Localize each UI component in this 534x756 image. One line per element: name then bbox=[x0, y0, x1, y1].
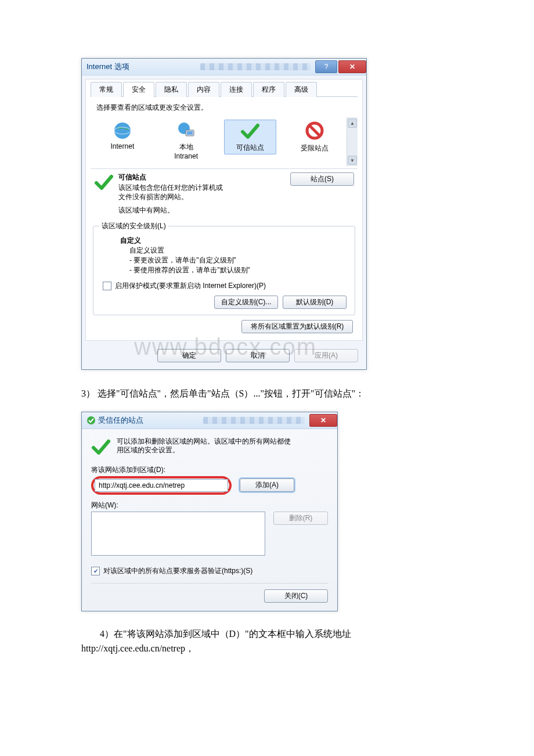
zone-label: 可信站点 bbox=[225, 143, 276, 153]
step-4-line2: http://xqtj.cee.edu.cn/netrep， bbox=[81, 643, 194, 653]
trusted-sites-dialog: 受信任的站点 ✕ 可以添加和删除该区域的网站。该区域中的所有网站都使 用区域的安… bbox=[81, 412, 338, 611]
tab-content[interactable]: 内容 bbox=[188, 82, 219, 97]
dialog2-titlebar[interactable]: 受信任的站点 ✕ bbox=[82, 412, 337, 429]
zone-instruction: 选择要查看的区域或更改安全设置。 bbox=[96, 103, 354, 113]
zone-internet[interactable]: Internet bbox=[97, 120, 148, 152]
ok-button[interactable]: 确定 bbox=[157, 349, 221, 362]
sites-label: 网站(W): bbox=[91, 501, 328, 510]
tab-programs[interactable]: 程序 bbox=[253, 82, 284, 97]
svg-line-6 bbox=[309, 125, 320, 136]
check-icon bbox=[94, 172, 114, 192]
scroll-down-icon[interactable]: ▼ bbox=[348, 156, 357, 165]
zone-detail-line1: 该区域包含您信任对您的计算机或 bbox=[118, 183, 286, 192]
zone-label-l2: Intranet bbox=[161, 152, 212, 160]
zone-label: Internet bbox=[97, 142, 148, 150]
security-custom-title: 自定义 bbox=[120, 236, 349, 246]
zone-restricted[interactable]: 受限站点 bbox=[289, 120, 340, 154]
tab-general[interactable]: 常规 bbox=[91, 82, 122, 97]
intro-line2: 用区域的安全设置。 bbox=[117, 446, 291, 455]
security-level-group: 该区域的安全级别(L) 自定义 自定义设置 - 要更改设置，请单击"自定义级别"… bbox=[93, 221, 355, 315]
highlight-circle bbox=[91, 476, 232, 495]
add-button[interactable]: 添加(A) bbox=[240, 478, 294, 492]
zone-detail-title: 可信站点 bbox=[118, 172, 286, 182]
zone-intranet[interactable]: 本地 Intranet bbox=[161, 120, 212, 161]
step-4-line1: 4）在"将该网站添加到区域中（D）"的文本框中输入系统地址 bbox=[81, 629, 351, 639]
zone-label-l1: 本地 bbox=[161, 142, 212, 152]
dialog2-title: 受信任的站点 bbox=[98, 415, 200, 426]
remove-button[interactable]: 删除(R) bbox=[273, 512, 328, 525]
zone-list: Internet 本地 Intranet bbox=[91, 117, 347, 166]
zone-detail-line2: 文件没有损害的网站。 bbox=[118, 193, 286, 201]
zone-scrollbar[interactable]: ▲ ▼ bbox=[347, 117, 358, 166]
security-custom-settings: 自定义设置 bbox=[129, 246, 349, 255]
add-site-input[interactable] bbox=[95, 479, 228, 492]
security-bullet2: - 要使用推荐的设置，请单击"默认级别" bbox=[129, 265, 349, 275]
close-dialog-button[interactable]: 关闭(C) bbox=[264, 589, 328, 603]
tab-privacy[interactable]: 隐私 bbox=[156, 82, 187, 97]
svg-point-0 bbox=[114, 123, 131, 139]
no-entry-icon bbox=[305, 121, 324, 141]
default-level-button[interactable]: 默认级别(D) bbox=[283, 296, 347, 309]
require-https-label: 对该区域中的所有站点要求服务器验证(https:)(S) bbox=[103, 566, 252, 576]
check-icon bbox=[91, 437, 111, 457]
svg-point-7 bbox=[87, 416, 95, 424]
require-https-checkbox[interactable]: ✔ bbox=[91, 567, 100, 575]
zone-label: 受限站点 bbox=[289, 143, 340, 153]
svg-rect-4 bbox=[187, 131, 193, 135]
close-button[interactable]: ✕ bbox=[338, 60, 366, 73]
help-button[interactable]: ? bbox=[315, 60, 337, 73]
zone-detail-line3: 该区域中有网站。 bbox=[118, 206, 286, 214]
sites-listbox[interactable] bbox=[91, 512, 265, 556]
globe-monitor-icon bbox=[176, 121, 196, 141]
protected-mode-label: 启用保护模式(要求重新启动 Internet Explorer)(P) bbox=[115, 281, 266, 291]
reset-all-button[interactable]: 将所有区域重置为默认级别(R) bbox=[241, 320, 353, 333]
check-icon bbox=[240, 121, 260, 141]
tab-advanced[interactable]: 高级 bbox=[286, 82, 317, 97]
intro-line1: 可以添加和删除该区域的网站。该区域中的所有网站都使 bbox=[117, 437, 291, 446]
sites-button[interactable]: 站点(S) bbox=[290, 172, 354, 186]
security-level-legend: 该区域的安全级别(L) bbox=[99, 221, 168, 231]
internet-options-dialog: Internet 选项 ? ✕ 常规 安全 隐私 内容 连接 程序 高级 选择要… bbox=[81, 58, 367, 370]
security-bullet1: - 要更改设置，请单击"自定义级别" bbox=[129, 255, 349, 265]
protected-mode-checkbox[interactable] bbox=[103, 282, 111, 290]
shield-icon bbox=[86, 416, 96, 425]
apply-button[interactable]: 应用(A) bbox=[294, 349, 358, 362]
dialog-titlebar[interactable]: Internet 选项 ? ✕ bbox=[82, 59, 366, 75]
cancel-button[interactable]: 取消 bbox=[226, 349, 290, 362]
scroll-up-icon[interactable]: ▲ bbox=[348, 118, 357, 128]
custom-level-button[interactable]: 自定义级别(C)... bbox=[214, 296, 278, 309]
titlebar-decor bbox=[200, 63, 311, 70]
tab-connections[interactable]: 连接 bbox=[221, 82, 252, 97]
dialog-title: Internet 选项 bbox=[86, 62, 197, 72]
tab-security[interactable]: 安全 bbox=[123, 82, 154, 97]
titlebar-decor bbox=[203, 417, 305, 424]
zone-trusted[interactable]: 可信站点 bbox=[224, 120, 276, 154]
tab-strip: 常规 安全 隐私 内容 连接 程序 高级 bbox=[91, 82, 358, 97]
globe-icon bbox=[113, 121, 132, 141]
step-3-text: 3） 选择"可信站点"，然后单击"站点（S）..."按钮，打开"可信站点"： bbox=[81, 386, 453, 401]
close-button[interactable]: ✕ bbox=[309, 414, 337, 427]
add-zone-label: 将该网站添加到区域(D): bbox=[91, 465, 328, 475]
step-4-text: 4）在"将该网站添加到区域中（D）"的文本框中输入系统地址 http://xqt… bbox=[81, 627, 453, 656]
